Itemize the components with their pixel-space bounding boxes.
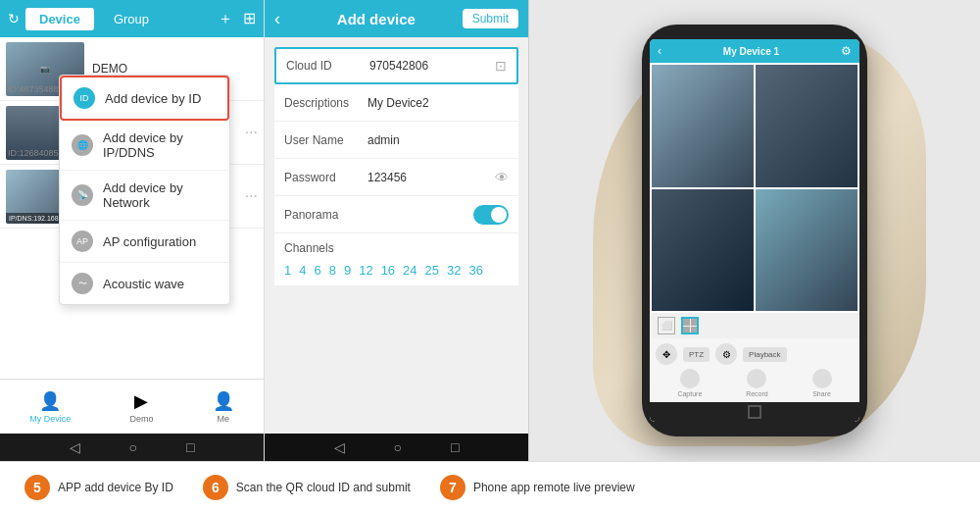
- password-row: Password 123456 👁: [274, 159, 518, 196]
- back-button-mid[interactable]: ◁: [334, 439, 345, 455]
- channels-label: Channels: [284, 241, 509, 255]
- phone-home-area: [650, 402, 859, 422]
- ap-icon: AP: [72, 230, 93, 252]
- playback-button[interactable]: Playback: [743, 347, 786, 362]
- more-button[interactable]: ···: [245, 124, 258, 141]
- annotation-7: 7 Phone app remote live preview: [425, 475, 650, 500]
- wave-icon: 〜: [72, 273, 93, 294]
- form-title: Add device: [290, 11, 463, 27]
- phone-screen: ‹ My Device 1 ⚙ ⬜: [650, 39, 859, 422]
- panorama-label: Panorama: [284, 208, 368, 222]
- my-device-icon: 👤: [39, 390, 61, 412]
- form-header: ‹ Add device Submit: [265, 0, 528, 37]
- cam-3: [652, 189, 754, 312]
- nav-demo[interactable]: ▶ Demo: [129, 390, 153, 424]
- badge-6: 6: [203, 475, 228, 500]
- ptz-button[interactable]: PTZ: [683, 347, 710, 362]
- channel-1[interactable]: 1: [284, 263, 291, 278]
- single-view-btn[interactable]: ⬜: [658, 317, 675, 334]
- record-button[interactable]: Record: [746, 369, 768, 397]
- nav-me[interactable]: 👤 Me: [213, 390, 234, 424]
- channel-6[interactable]: 6: [314, 263, 320, 278]
- refresh-icon[interactable]: ↻: [8, 11, 20, 26]
- add-by-network-item[interactable]: 📡 Add device by Network: [60, 171, 229, 221]
- phone-home-button[interactable]: [748, 405, 761, 419]
- device-list: 📷 ID:467354883 DEMO ID:1268408567: [0, 37, 264, 379]
- network-icon: 📡: [72, 184, 93, 206]
- annotation-bar: 5 APP add device By ID 6 Scan the QR clo…: [0, 461, 980, 512]
- home-button-mid[interactable]: ○: [394, 439, 402, 455]
- password-label: Password: [284, 171, 368, 184]
- cam-4: [756, 189, 858, 312]
- add-by-ip-item[interactable]: 🌐 Add device by IP/DDNS: [60, 121, 229, 171]
- tab-group[interactable]: Group: [100, 8, 163, 30]
- nav-my-device[interactable]: 👤 My Device: [29, 390, 71, 424]
- cloud-id-row: Cloud ID 970542806 ⊡: [274, 47, 518, 84]
- tab-device[interactable]: Device: [25, 8, 94, 30]
- cloud-id-label: Cloud ID: [286, 59, 369, 73]
- phone-forward-icon: ⚙: [841, 44, 852, 58]
- form-body: Cloud ID 970542806 ⊡ Descriptions My Dev…: [265, 37, 528, 434]
- username-value: admin: [368, 133, 509, 147]
- channel-8[interactable]: 8: [329, 263, 336, 278]
- channel-9[interactable]: 9: [344, 263, 351, 278]
- channel-12[interactable]: 12: [359, 263, 372, 278]
- password-value: 123456: [368, 171, 495, 184]
- nav-me-label: Me: [218, 414, 230, 424]
- nav-my-device-label: My Device: [29, 414, 71, 424]
- bottom-nav: 👤 My Device ▶ Demo 👤 Me: [0, 379, 264, 434]
- channel-25[interactable]: 25: [425, 263, 439, 278]
- acoustic-wave-label: Acoustic wave: [103, 277, 184, 291]
- me-icon: 👤: [213, 390, 234, 412]
- grid-view-btn[interactable]: [681, 317, 699, 334]
- record-icon: [747, 369, 766, 388]
- capture-button[interactable]: Capture: [677, 369, 702, 397]
- eye-icon[interactable]: 👁: [495, 170, 509, 185]
- device-info: DEMO: [92, 62, 258, 76]
- grid-icon[interactable]: ⊞: [243, 9, 256, 29]
- add-by-ip-label: Add device by IP/DDNS: [103, 130, 218, 160]
- phone-title: My Device 1: [723, 46, 779, 57]
- demo-icon: ▶: [134, 390, 148, 412]
- username-label: User Name: [284, 133, 368, 147]
- ap-config-label: AP configuration: [103, 234, 196, 249]
- ap-config-item[interactable]: AP AP configuration: [60, 221, 229, 263]
- panorama-row: Panorama: [274, 196, 518, 233]
- badge-5: 5: [24, 475, 50, 500]
- form-back-button[interactable]: ‹: [274, 9, 280, 29]
- right-panel: ‹ My Device 1 ⚙ ⬜: [529, 0, 980, 461]
- recent-button[interactable]: □: [186, 439, 194, 455]
- descriptions-label: Descriptions: [284, 96, 368, 110]
- channel-4[interactable]: 4: [299, 263, 306, 278]
- channels-numbers: 1 4 6 8 9 12 16 24 25 32 36: [284, 263, 509, 278]
- panorama-toggle[interactable]: [473, 205, 509, 225]
- submit-button[interactable]: Submit: [463, 9, 518, 28]
- settings-icon[interactable]: ⚙: [715, 343, 737, 365]
- recent-button-mid[interactable]: □: [451, 439, 459, 455]
- phone-back-icon: ‹: [658, 44, 662, 58]
- qr-icon[interactable]: ⊡: [495, 58, 507, 74]
- channel-24[interactable]: 24: [403, 263, 416, 278]
- device-name: DEMO: [92, 62, 258, 76]
- add-device-dropdown: ID Add device by ID 🌐 Add device by IP/D…: [59, 75, 230, 305]
- add-icon[interactable]: ＋: [218, 9, 233, 29]
- more-button[interactable]: ···: [245, 187, 258, 205]
- acoustic-wave-item[interactable]: 〜 Acoustic wave: [60, 263, 229, 304]
- home-button[interactable]: ○: [129, 439, 137, 455]
- cam-2: [756, 65, 858, 187]
- share-button[interactable]: Share: [812, 369, 832, 397]
- direction-pad-icon[interactable]: ✥: [656, 343, 677, 365]
- annotation-5: 5 APP add device By ID: [10, 475, 188, 500]
- channel-16[interactable]: 16: [381, 263, 395, 278]
- channel-36[interactable]: 36: [469, 263, 483, 278]
- back-button[interactable]: ◁: [70, 439, 80, 455]
- phone-header: ‹ My Device 1 ⚙: [650, 39, 859, 63]
- add-by-id-item[interactable]: ID Add device by ID: [60, 76, 229, 121]
- channel-32[interactable]: 32: [447, 263, 461, 278]
- share-icon: [812, 369, 832, 388]
- annotation-6: 6 Scan the QR cloud ID and submit: [188, 475, 425, 500]
- nav-demo-label: Demo: [129, 414, 153, 424]
- cam-1: [652, 65, 754, 187]
- ip-icon: 🌐: [72, 134, 93, 156]
- channels-section: Channels 1 4 6 8 9 12 16 24 25 32 36: [274, 233, 518, 285]
